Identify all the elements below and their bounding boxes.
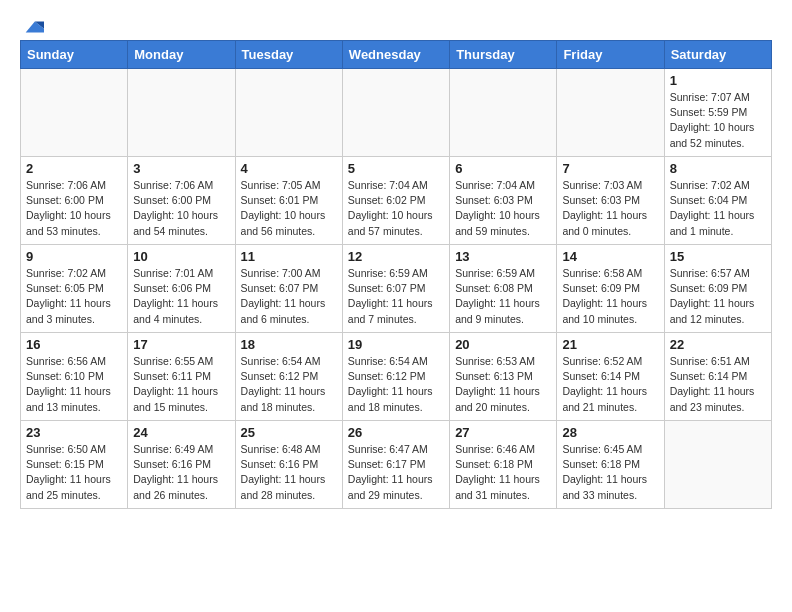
day-cell: 23Sunrise: 6:50 AM Sunset: 6:15 PM Dayli… [21,421,128,509]
day-cell: 22Sunrise: 6:51 AM Sunset: 6:14 PM Dayli… [664,333,771,421]
day-cell: 14Sunrise: 6:58 AM Sunset: 6:09 PM Dayli… [557,245,664,333]
day-number: 5 [348,161,444,176]
day-number: 11 [241,249,337,264]
day-number: 10 [133,249,229,264]
day-number: 24 [133,425,229,440]
calendar: SundayMondayTuesdayWednesdayThursdayFrid… [20,40,772,509]
day-info: Sunrise: 6:55 AM Sunset: 6:11 PM Dayligh… [133,354,229,415]
day-number: 12 [348,249,444,264]
day-info: Sunrise: 6:53 AM Sunset: 6:13 PM Dayligh… [455,354,551,415]
weekday-header-sunday: Sunday [21,41,128,69]
day-cell: 1Sunrise: 7:07 AM Sunset: 5:59 PM Daylig… [664,69,771,157]
day-cell: 7Sunrise: 7:03 AM Sunset: 6:03 PM Daylig… [557,157,664,245]
day-cell: 12Sunrise: 6:59 AM Sunset: 6:07 PM Dayli… [342,245,449,333]
day-number: 9 [26,249,122,264]
day-info: Sunrise: 7:00 AM Sunset: 6:07 PM Dayligh… [241,266,337,327]
day-info: Sunrise: 6:51 AM Sunset: 6:14 PM Dayligh… [670,354,766,415]
day-number: 8 [670,161,766,176]
day-number: 28 [562,425,658,440]
week-row-2: 2Sunrise: 7:06 AM Sunset: 6:00 PM Daylig… [21,157,772,245]
day-cell [557,69,664,157]
day-info: Sunrise: 6:52 AM Sunset: 6:14 PM Dayligh… [562,354,658,415]
day-number: 14 [562,249,658,264]
day-info: Sunrise: 7:05 AM Sunset: 6:01 PM Dayligh… [241,178,337,239]
day-info: Sunrise: 7:06 AM Sunset: 6:00 PM Dayligh… [133,178,229,239]
day-number: 1 [670,73,766,88]
day-info: Sunrise: 7:02 AM Sunset: 6:04 PM Dayligh… [670,178,766,239]
page: SundayMondayTuesdayWednesdayThursdayFrid… [0,0,792,519]
day-cell: 4Sunrise: 7:05 AM Sunset: 6:01 PM Daylig… [235,157,342,245]
day-cell: 26Sunrise: 6:47 AM Sunset: 6:17 PM Dayli… [342,421,449,509]
day-info: Sunrise: 6:58 AM Sunset: 6:09 PM Dayligh… [562,266,658,327]
day-cell: 11Sunrise: 7:00 AM Sunset: 6:07 PM Dayli… [235,245,342,333]
day-cell: 19Sunrise: 6:54 AM Sunset: 6:12 PM Dayli… [342,333,449,421]
logo [20,16,44,32]
weekday-header-tuesday: Tuesday [235,41,342,69]
day-cell: 2Sunrise: 7:06 AM Sunset: 6:00 PM Daylig… [21,157,128,245]
day-cell: 9Sunrise: 7:02 AM Sunset: 6:05 PM Daylig… [21,245,128,333]
day-cell [450,69,557,157]
header [20,16,772,32]
day-cell [128,69,235,157]
day-cell: 21Sunrise: 6:52 AM Sunset: 6:14 PM Dayli… [557,333,664,421]
day-cell: 25Sunrise: 6:48 AM Sunset: 6:16 PM Dayli… [235,421,342,509]
day-info: Sunrise: 7:06 AM Sunset: 6:00 PM Dayligh… [26,178,122,239]
day-info: Sunrise: 6:46 AM Sunset: 6:18 PM Dayligh… [455,442,551,503]
day-number: 21 [562,337,658,352]
day-number: 18 [241,337,337,352]
day-cell: 13Sunrise: 6:59 AM Sunset: 6:08 PM Dayli… [450,245,557,333]
day-info: Sunrise: 6:50 AM Sunset: 6:15 PM Dayligh… [26,442,122,503]
day-number: 22 [670,337,766,352]
weekday-header-saturday: Saturday [664,41,771,69]
day-number: 23 [26,425,122,440]
day-cell [664,421,771,509]
weekday-header-thursday: Thursday [450,41,557,69]
day-info: Sunrise: 6:45 AM Sunset: 6:18 PM Dayligh… [562,442,658,503]
weekday-header-monday: Monday [128,41,235,69]
day-info: Sunrise: 6:54 AM Sunset: 6:12 PM Dayligh… [241,354,337,415]
week-row-1: 1Sunrise: 7:07 AM Sunset: 5:59 PM Daylig… [21,69,772,157]
day-cell: 16Sunrise: 6:56 AM Sunset: 6:10 PM Dayli… [21,333,128,421]
day-info: Sunrise: 6:56 AM Sunset: 6:10 PM Dayligh… [26,354,122,415]
day-cell [21,69,128,157]
day-number: 26 [348,425,444,440]
weekday-header-row: SundayMondayTuesdayWednesdayThursdayFrid… [21,41,772,69]
day-info: Sunrise: 7:07 AM Sunset: 5:59 PM Dayligh… [670,90,766,151]
day-info: Sunrise: 7:03 AM Sunset: 6:03 PM Dayligh… [562,178,658,239]
logo-icon [22,16,44,38]
day-info: Sunrise: 7:04 AM Sunset: 6:02 PM Dayligh… [348,178,444,239]
day-cell: 18Sunrise: 6:54 AM Sunset: 6:12 PM Dayli… [235,333,342,421]
week-row-5: 23Sunrise: 6:50 AM Sunset: 6:15 PM Dayli… [21,421,772,509]
day-info: Sunrise: 6:48 AM Sunset: 6:16 PM Dayligh… [241,442,337,503]
day-cell: 10Sunrise: 7:01 AM Sunset: 6:06 PM Dayli… [128,245,235,333]
day-info: Sunrise: 7:04 AM Sunset: 6:03 PM Dayligh… [455,178,551,239]
day-number: 20 [455,337,551,352]
day-cell: 3Sunrise: 7:06 AM Sunset: 6:00 PM Daylig… [128,157,235,245]
day-cell: 15Sunrise: 6:57 AM Sunset: 6:09 PM Dayli… [664,245,771,333]
weekday-header-friday: Friday [557,41,664,69]
day-number: 13 [455,249,551,264]
day-number: 27 [455,425,551,440]
day-number: 2 [26,161,122,176]
day-number: 3 [133,161,229,176]
day-info: Sunrise: 6:57 AM Sunset: 6:09 PM Dayligh… [670,266,766,327]
day-cell [342,69,449,157]
day-cell: 20Sunrise: 6:53 AM Sunset: 6:13 PM Dayli… [450,333,557,421]
day-number: 7 [562,161,658,176]
day-number: 17 [133,337,229,352]
week-row-3: 9Sunrise: 7:02 AM Sunset: 6:05 PM Daylig… [21,245,772,333]
day-cell: 6Sunrise: 7:04 AM Sunset: 6:03 PM Daylig… [450,157,557,245]
day-cell: 8Sunrise: 7:02 AM Sunset: 6:04 PM Daylig… [664,157,771,245]
day-info: Sunrise: 6:47 AM Sunset: 6:17 PM Dayligh… [348,442,444,503]
day-info: Sunrise: 7:02 AM Sunset: 6:05 PM Dayligh… [26,266,122,327]
day-number: 25 [241,425,337,440]
day-info: Sunrise: 6:59 AM Sunset: 6:07 PM Dayligh… [348,266,444,327]
day-cell: 5Sunrise: 7:04 AM Sunset: 6:02 PM Daylig… [342,157,449,245]
week-row-4: 16Sunrise: 6:56 AM Sunset: 6:10 PM Dayli… [21,333,772,421]
day-cell: 27Sunrise: 6:46 AM Sunset: 6:18 PM Dayli… [450,421,557,509]
day-cell: 17Sunrise: 6:55 AM Sunset: 6:11 PM Dayli… [128,333,235,421]
weekday-header-wednesday: Wednesday [342,41,449,69]
day-info: Sunrise: 6:54 AM Sunset: 6:12 PM Dayligh… [348,354,444,415]
day-cell: 24Sunrise: 6:49 AM Sunset: 6:16 PM Dayli… [128,421,235,509]
day-cell [235,69,342,157]
